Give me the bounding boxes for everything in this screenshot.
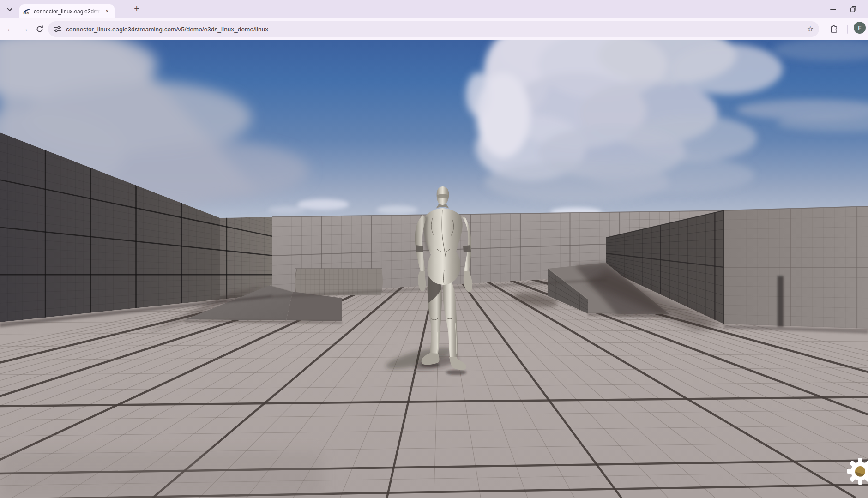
tab-strip: EAGLE connector_linux.eagle3dstreami × + <box>0 0 868 18</box>
new-tab-button[interactable]: + <box>131 4 142 15</box>
url-text[interactable]: connector_linux.eagle3dstreaming.com/v5/… <box>66 26 268 33</box>
eagle-favicon-icon: EAGLE <box>23 8 30 15</box>
window-minimize-button[interactable] <box>827 4 838 15</box>
site-settings-icon[interactable] <box>54 25 62 33</box>
back-button[interactable]: ← <box>4 21 17 37</box>
character-torso <box>423 204 463 285</box>
browser-toolbar: ← → connector_linux.eagle3dstreaming.com… <box>0 18 868 40</box>
profile-avatar[interactable]: F <box>854 22 866 34</box>
favicon-label: EAGLE <box>24 12 31 15</box>
forward-button[interactable]: → <box>18 21 31 37</box>
tab-title: connector_linux.eagle3dstreami <box>34 8 100 15</box>
minimize-icon <box>830 9 836 10</box>
toolbar-divider <box>847 25 848 34</box>
window-restore-button[interactable] <box>848 4 859 15</box>
restore-icon <box>850 6 857 13</box>
browser-chrome: EAGLE connector_linux.eagle3dstreami × +… <box>0 0 868 40</box>
character-head <box>437 186 449 205</box>
right-wall-light-face <box>724 206 868 329</box>
tab-search-button[interactable] <box>5 4 15 14</box>
streaming-viewport[interactable] <box>0 0 868 498</box>
tab-close-button[interactable]: × <box>103 8 111 15</box>
puzzle-icon <box>830 24 839 34</box>
chevron-down-icon <box>5 4 15 14</box>
extensions-button[interactable] <box>830 24 839 34</box>
active-tab[interactable]: EAGLE connector_linux.eagle3dstreami × <box>19 4 115 18</box>
reload-icon <box>35 24 44 34</box>
omnibox[interactable]: connector_linux.eagle3dstreaming.com/v5/… <box>48 21 819 37</box>
reload-button[interactable] <box>33 24 46 34</box>
bookmark-star-button[interactable]: ☆ <box>807 21 814 37</box>
